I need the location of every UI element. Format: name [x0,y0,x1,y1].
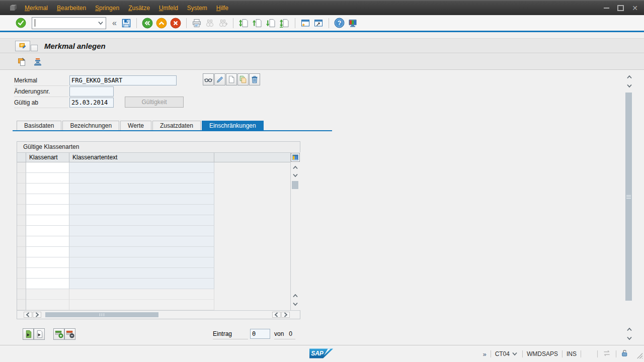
eintrag-input[interactable] [250,329,270,339]
row-selector[interactable] [17,257,26,268]
first-page-button[interactable] [237,17,250,30]
back-button[interactable] [141,17,154,30]
aenderungsnr-input[interactable] [69,86,114,97]
select-all-button[interactable] [23,328,34,340]
minimize-button[interactable] [604,8,609,9]
row-selector[interactable] [17,226,26,236]
create-button[interactable] [226,73,237,85]
copy-template-button[interactable] [17,56,28,67]
page-down-button[interactable] [265,17,277,30]
main-scroll-up-button-bottom[interactable] [626,326,633,332]
table-scroll-down-button-bottom[interactable] [292,301,299,307]
tab-zusatzdaten[interactable]: Zusatzdaten [152,121,201,130]
row-selector[interactable] [17,205,26,215]
maximize-button[interactable] [617,5,624,11]
row-selector[interactable] [17,300,26,310]
cell-klassenart[interactable] [26,194,69,205]
transaction-dropdown[interactable]: CT04 [495,350,518,357]
find-next-icon[interactable] [217,17,229,30]
column-header-klassenartentext[interactable]: Klassenartentext [69,153,214,162]
save-button[interactable] [120,17,132,30]
row-selector[interactable] [17,268,26,279]
new-session-button[interactable] [299,17,311,30]
cell-klassenart[interactable] [26,162,69,173]
cell-klassenart[interactable] [26,268,69,279]
table-scroll-down-button[interactable] [292,172,299,178]
row-selector[interactable] [17,173,26,184]
page-up-button[interactable] [251,17,264,30]
menu-item-springen[interactable]: Springen [91,5,124,12]
menu-item-bearbeiten[interactable]: Bearbeiten [52,5,91,12]
menu-item-merkmal[interactable]: Merkmal [20,5,52,12]
row-selector[interactable] [17,279,26,289]
menu-item-zustze[interactable]: Zusätze [124,5,154,12]
tab-basisdaten[interactable]: Basisdaten [17,121,61,130]
delete-row-button[interactable] [64,328,75,340]
command-field[interactable] [32,17,106,29]
row-selector[interactable] [17,215,26,226]
sort-hierarchy-button[interactable] [32,56,43,67]
row-selector[interactable] [17,162,26,173]
table-scroll-left-button-right[interactable] [272,312,281,318]
row-selector[interactable] [17,289,26,300]
cell-klassenart[interactable] [26,205,69,215]
cancel-button[interactable] [169,17,182,30]
table-configuration-button[interactable] [291,153,300,162]
change-button[interactable] [214,73,225,85]
cell-klassenart[interactable] [26,279,69,289]
menu-item-hilfe[interactable]: Hilfe [212,5,233,12]
table-scroll-right-button[interactable] [33,312,41,318]
connection-lock-icon[interactable] [620,349,629,359]
cell-klassenart[interactable] [26,226,69,236]
column-header-klassenart[interactable]: Klassenart [26,153,69,162]
merkmal-input[interactable] [69,75,177,85]
table-hscrollbar-thumb[interactable] [45,312,158,317]
main-scroll-down-button[interactable] [626,83,633,89]
table-scroll-right-button-right[interactable] [281,312,290,318]
main-scroll-down-button-bottom[interactable] [626,335,633,341]
insert-row-button[interactable] [53,328,64,340]
deselect-all-button[interactable] [34,328,45,340]
main-scroll-up-button[interactable] [626,74,633,80]
customize-local-layout-button[interactable] [347,17,359,30]
tab-einschrnkungen[interactable]: Einschränkungen [202,121,264,130]
cell-klassenart[interactable] [26,257,69,268]
tab-werte[interactable]: Werte [120,121,151,130]
command-input[interactable] [35,18,97,28]
table-scrollbar-thumb[interactable] [292,181,298,189]
row-selector[interactable] [17,247,26,257]
row-selector[interactable] [17,194,26,205]
gueltigkeit-button[interactable]: Gültigkeit [125,97,184,108]
table-scroll-up-button-bottom[interactable] [292,293,299,299]
cell-klassenart[interactable] [26,184,69,194]
row-selector[interactable] [17,236,26,247]
gueltig-ab-input[interactable] [69,98,114,108]
exit-button[interactable] [155,17,168,30]
services-for-object-button[interactable] [15,41,30,51]
help-button[interactable]: ? [333,17,346,30]
main-scrollbar-thumb[interactable] [625,93,632,301]
last-page-button[interactable] [278,17,291,30]
system-menu-icon[interactable] [9,4,19,12]
cell-klassenart[interactable] [26,236,69,247]
cell-klassenart[interactable] [26,173,69,184]
enter-button[interactable] [15,17,27,30]
services-dropdown-button[interactable] [31,45,38,51]
menu-item-umfeld[interactable]: Umfeld [154,5,183,12]
table-scroll-left-button[interactable] [24,312,32,318]
display-button[interactable] [203,73,214,85]
resize-grip[interactable] [635,351,643,361]
row-selector[interactable] [17,184,26,194]
cell-klassenart[interactable] [26,247,69,257]
menu-item-system[interactable]: System [183,5,212,12]
table-scroll-up-button[interactable] [292,164,299,170]
collapse-toolbar-button[interactable]: « [112,18,117,28]
command-dropdown-icon[interactable] [97,20,104,26]
print-button[interactable] [191,17,203,30]
cell-klassenart[interactable] [26,215,69,226]
close-button[interactable]: ✕ [632,5,638,12]
select-all-column-header[interactable] [17,153,26,162]
tab-bezeichnungen[interactable]: Bezeichnungen [62,121,119,130]
copy-button[interactable] [237,73,249,85]
status-overflow-button[interactable]: » [482,350,486,358]
